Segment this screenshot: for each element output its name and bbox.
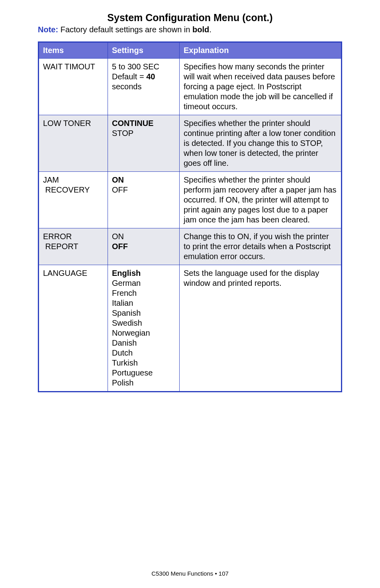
settings-post: OFF: [112, 185, 128, 194]
settings-bold: 40: [146, 72, 155, 81]
table-row: LOW TONER CONTINUE STOP Specifies whethe…: [39, 115, 342, 172]
settings-post: STOP: [112, 129, 133, 138]
note-text-bold: bold: [192, 25, 209, 34]
header-settings: Settings: [108, 42, 180, 59]
header-explanation: Explanation: [180, 42, 342, 59]
note-line: Note: Factory default settings are shown…: [38, 25, 342, 34]
header-items: Items: [39, 42, 108, 59]
cell-explanation: Specifies how many seconds the printer w…: [180, 59, 342, 115]
cell-settings: CONTINUE STOP: [108, 115, 180, 172]
table-row: LANGUAGE English German French Italian S…: [39, 265, 342, 392]
cell-explanation: Sets the language used for the display w…: [180, 265, 342, 392]
table-body: WAIT TIMOUT 5 to 300 SEC Default = 40 se…: [39, 59, 342, 392]
page-title: System Configuration Menu (cont.): [38, 12, 342, 24]
note-text-suffix: .: [209, 25, 212, 34]
cell-explanation: Specifies whether the printer should con…: [180, 115, 342, 172]
page-footer: C5300 Menu Functions • 107: [0, 570, 380, 577]
cell-item: LOW TONER: [39, 115, 108, 172]
settings-bold: English: [112, 269, 141, 277]
settings-pre: ON: [112, 232, 124, 241]
cell-settings: ON OFF: [108, 228, 180, 265]
settings-bold: OFF: [112, 242, 128, 251]
cell-explanation: Specifies whether the printer should per…: [180, 172, 342, 228]
table-row: WAIT TIMOUT 5 to 300 SEC Default = 40 se…: [39, 59, 342, 115]
settings-post: German French Italian Spanish Swedish No…: [112, 279, 153, 387]
table-header-row: Items Settings Explanation: [39, 42, 342, 59]
cell-item: ERROR REPORT: [39, 228, 108, 265]
cell-settings: ON OFF: [108, 172, 180, 228]
settings-bold: CONTINUE: [112, 119, 153, 128]
table-row: ERROR REPORT ON OFF Change this to ON, i…: [39, 228, 342, 265]
cell-item: LANGUAGE: [39, 265, 108, 392]
cell-item: JAM RECOVERY: [39, 172, 108, 228]
page: System Configuration Menu (cont.) Note: …: [0, 0, 380, 588]
note-text-prefix: Factory default settings are shown in: [58, 25, 192, 34]
settings-bold: ON: [112, 175, 124, 184]
config-table: Items Settings Explanation WAIT TIMOUT 5…: [38, 41, 342, 392]
cell-settings: 5 to 300 SEC Default = 40 seconds: [108, 59, 180, 115]
table-row: JAM RECOVERY ON OFF Specifies whether th…: [39, 172, 342, 228]
cell-item: WAIT TIMOUT: [39, 59, 108, 115]
cell-explanation: Change this to ON, if you wish the print…: [180, 228, 342, 265]
settings-post: seconds: [112, 82, 142, 91]
note-label: Note:: [38, 25, 58, 34]
cell-settings: English German French Italian Spanish Sw…: [108, 265, 180, 392]
